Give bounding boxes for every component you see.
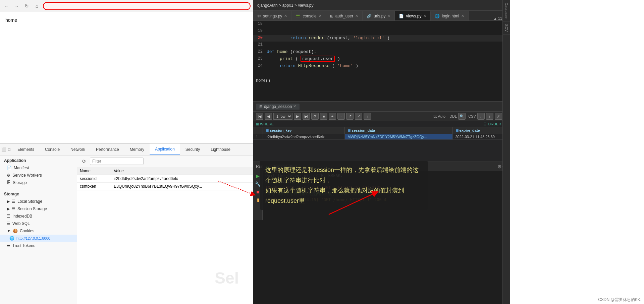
console-icon: 📟 <box>296 14 301 18</box>
db-session-data-value: MWRjNzM5YmNkZDFiY2M5YWMxZTgzZGQy... <box>345 134 452 140</box>
close-auth-icon[interactable]: ✕ <box>355 14 358 18</box>
db-reset-btn[interactable]: ↺ <box>346 113 354 120</box>
cookie-name-csrftoken: csrftoken <box>77 183 111 190</box>
annotation-box: 这里的原理还是和session一样的，先拿着后端给前端的这个随机字符串进行比对，… <box>260 161 428 210</box>
code-editor[interactable]: 18 19 20 return render (request, 'login.… <box>253 21 510 101</box>
close-db-tab-icon[interactable]: ✕ <box>293 104 296 109</box>
settings-file-icon: ⚙ <box>257 14 261 18</box>
sidebar-item-local-storage[interactable]: ▶ ☰ Local Storage <box>0 198 77 205</box>
cookie-row-csrftoken[interactable]: csrftoken E3QUmQo82YnoB6rYBL3tEQv9H97fGw… <box>77 183 253 190</box>
ide-tab-login[interactable]: 🌐 login.html ✕ <box>431 11 468 20</box>
sidebar-item-indexeddb[interactable]: ☰ IndexedDB <box>0 212 77 220</box>
urls-icon: 🔗 <box>367 14 372 18</box>
ide-tab-urls[interactable]: 🔗 urls.py ✕ <box>363 11 395 20</box>
db-col-session-key: ⊞ session_key <box>263 127 345 134</box>
home-label: home() <box>253 76 510 85</box>
db-session-header: ⊞ django_session ✕ <box>253 102 510 112</box>
col-value: Value <box>111 167 253 175</box>
forward-button[interactable]: → <box>13 2 21 10</box>
db-session-tab[interactable]: ⊞ django_session ✕ <box>256 104 300 110</box>
db-where-btn[interactable]: ⊞ WHERE <box>256 122 274 126</box>
col-name: Name <box>77 167 111 175</box>
db-row-select[interactable]: 1 row <box>273 113 292 120</box>
db-refresh-btn[interactable]: ⟳ <box>311 113 319 120</box>
db-sub-btn[interactable]: - <box>337 113 345 120</box>
code-line-20: 20 return render (request, 'login.html' … <box>253 35 510 42</box>
ide-tab-settings[interactable]: ⚙ settings.py ✕ <box>253 11 291 20</box>
code-line-22: 22 def home (request): <box>253 49 510 56</box>
sidebar-item-websql[interactable]: ☰ Web SQL <box>0 220 77 227</box>
sidebar-item-session-storage[interactable]: ▶ ☰ Session Storage <box>0 205 77 212</box>
tab-security[interactable]: Security <box>180 143 205 155</box>
ide-breadcrumb: djangoAuth > app01 > views.py <box>257 3 313 8</box>
db-more-btn[interactable]: ⤢ <box>495 113 502 120</box>
vert-tab-scv[interactable]: SCV <box>503 21 510 35</box>
cookie-url-icon: 🌐 <box>9 236 14 241</box>
tab-memory[interactable]: Memory <box>124 143 150 155</box>
app-sidebar: Application 📄 Manifest ⚙ Service Workers… <box>0 156 77 304</box>
db-row-num: 1 <box>253 134 263 140</box>
tab-console[interactable]: Console <box>40 143 65 155</box>
refresh-button[interactable]: ↻ <box>23 2 31 10</box>
tab-performance[interactable]: Performance <box>91 143 124 155</box>
refresh-cookies-button[interactable]: ⟳ <box>80 158 88 165</box>
annotation-text: 这里的原理还是和session一样的，先拿着后端给前端的这个随机字符串进行比对，… <box>265 167 419 204</box>
websql-icon: ☰ <box>7 221 10 226</box>
db-stop-btn[interactable]: ■ <box>320 113 327 120</box>
db-add-btn[interactable]: + <box>329 113 336 120</box>
db-first-btn[interactable]: |◀ <box>256 113 263 120</box>
device-button[interactable]: □ <box>8 146 11 153</box>
tab-application[interactable]: Application <box>150 143 180 155</box>
cookie-row-sessionid[interactable]: sessionid ir2bdfdtyo2sdw2arl2ampzv4aed6e… <box>77 175 253 183</box>
db-revert-btn[interactable]: ↑ <box>364 113 371 120</box>
ide-tab-views[interactable]: 📄 views.py ✕ <box>395 11 431 20</box>
sidebar-item-cookie-url[interactable]: 🌐 http://127.0.0.1:8000 <box>0 235 77 242</box>
inspect-button[interactable]: ⬜ <box>1 146 6 153</box>
close-console-icon[interactable]: ✕ <box>319 14 322 18</box>
tab-network[interactable]: Network <box>65 143 91 155</box>
close-urls-icon[interactable]: ✕ <box>387 14 390 18</box>
db-submit-btn[interactable]: ✓ <box>355 113 362 120</box>
db-search-btn[interactable]: 🔍 <box>458 113 466 120</box>
expand-icon-2: ▶ <box>7 206 10 211</box>
ide-tab-auth-user[interactable]: ⊞ auth_user ✕ <box>326 11 363 20</box>
address-bar[interactable]: 127.0.0.1:8000/home/ <box>43 2 251 10</box>
filter-input[interactable] <box>90 158 144 165</box>
run-settings-btn[interactable]: ⚙ <box>497 164 502 169</box>
cookies-icon: 🍪 <box>13 229 18 233</box>
csdn-footer: CSDN @需要休息的KK. <box>598 297 641 303</box>
db-next-btn[interactable]: ▶ <box>294 113 301 120</box>
close-views-icon[interactable]: ✕ <box>423 14 426 18</box>
db-upload-btn[interactable]: ↑ <box>486 113 493 120</box>
close-login-icon[interactable]: ✕ <box>461 14 464 18</box>
indexeddb-icon: ☰ <box>7 214 10 219</box>
ide-right-tabs: Database SCV <box>502 0 510 304</box>
sidebar-item-storage[interactable]: 🗄 Storage <box>0 179 77 186</box>
db-prev-btn[interactable]: ◀ <box>265 113 272 120</box>
db-col-session-data: ⊞ session_data <box>345 127 452 134</box>
sidebar-section-application: Application <box>0 156 77 164</box>
db-last-btn[interactable]: ▶| <box>303 113 310 120</box>
sidebar-item-cookies[interactable]: ▼ 🍪 Cookies <box>0 227 77 235</box>
code-line-23: 23 print ( request.user ) <box>253 56 510 63</box>
home-button[interactable]: ⌂ <box>33 2 41 10</box>
db-download-btn[interactable]: ↓ <box>477 113 485 120</box>
sidebar-section-storage: Storage <box>0 189 77 198</box>
trust-tokens-icon: ☰ <box>7 243 10 248</box>
cookie-value-sessionid: ir2bdfdtyo2sdw2arl2ampzv4aed6elx <box>111 175 253 183</box>
vert-tab-database[interactable]: Database <box>503 0 510 21</box>
back-button[interactable]: ← <box>3 2 11 10</box>
close-settings-icon[interactable]: ✕ <box>284 14 287 18</box>
sidebar-item-manifest[interactable]: 📄 Manifest <box>0 164 77 172</box>
tab-elements[interactable]: Elements <box>12 143 40 155</box>
db-col-expire-date: ⊞ expire_date <box>452 127 510 134</box>
sidebar-item-service-workers[interactable]: ⚙ Service Workers <box>0 172 77 179</box>
db-session-panel: ⊞ django_session ✕ |◀ ◀ 1 row ▶ ▶| ⟳ ■ +… <box>253 101 510 162</box>
db-row-1[interactable]: 1 ir2bdfdtyo2sdw2arl2ampzv4aed6elx MWRjN… <box>253 134 510 140</box>
storage-icon: 🗄 <box>7 180 11 185</box>
sidebar-item-trust-tokens[interactable]: ☰ Trust Tokens <box>0 242 77 249</box>
session-storage-icon: ☰ <box>12 206 15 211</box>
ide-tab-console[interactable]: 📟 console ✕ <box>291 11 326 20</box>
tab-lighthouse[interactable]: Lighthouse <box>205 143 236 155</box>
local-storage-icon: ☰ <box>12 199 15 204</box>
